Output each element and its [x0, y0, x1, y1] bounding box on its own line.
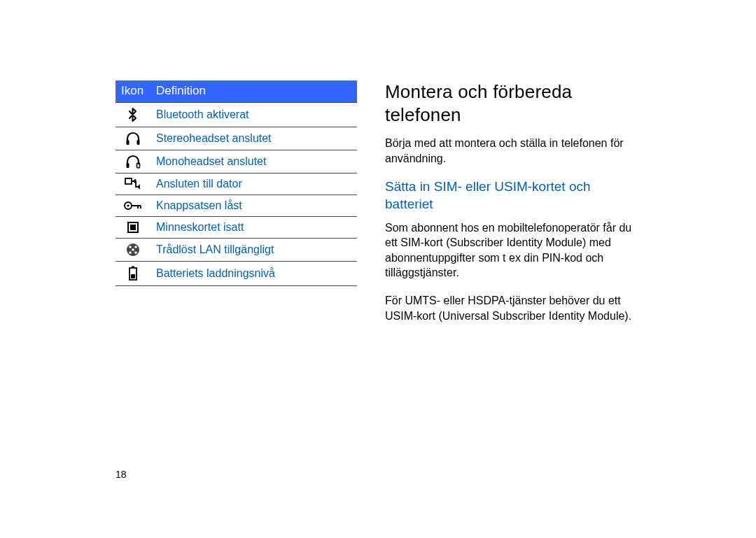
svg-point-6 — [127, 204, 129, 206]
svg-point-13 — [134, 251, 137, 254]
table-row: Trådlöst LAN tillgängligt — [115, 239, 357, 262]
svg-rect-17 — [131, 274, 135, 278]
svg-point-14 — [132, 248, 134, 251]
table-row: Knappsatsen låst — [115, 195, 357, 217]
headphones-mono-icon — [115, 150, 150, 174]
svg-rect-2 — [127, 163, 130, 168]
icon-definitions-table: Ikon Definition Bluetooth aktiverat Ster… — [115, 80, 357, 336]
definition-cell: Minneskortet isatt — [150, 217, 357, 239]
memory-card-icon — [115, 217, 150, 239]
wlan-icon — [115, 239, 150, 262]
table-row: Ansluten till dator — [115, 174, 357, 195]
headphones-stereo-icon — [115, 127, 150, 150]
icon-table: Ikon Definition Bluetooth aktiverat Ster… — [115, 80, 357, 286]
definition-cell: Batteriets laddningsnivå — [150, 262, 357, 286]
page-number: 18 — [115, 469, 127, 480]
svg-point-11 — [134, 246, 137, 248]
intro-text: Börja med att montera och ställa in tele… — [385, 136, 640, 166]
svg-rect-4 — [125, 178, 132, 184]
paragraph-2: För UMTS- eller HSDPA-tjänster behöver d… — [385, 293, 640, 323]
page-title: Montera och förbereda telefonen — [385, 80, 640, 126]
paragraph-1: Som abonnent hos en mobiltelefonoperatör… — [385, 220, 640, 281]
table-row: Minneskortet isatt — [115, 217, 357, 239]
definition-cell: Ansluten till dator — [150, 174, 357, 195]
section-subheading: Sätta in SIM- eller USIM-kortet och batt… — [385, 178, 640, 213]
definition-cell: Trådlöst LAN tillgängligt — [150, 239, 357, 262]
bluetooth-icon — [115, 103, 150, 127]
definition-cell: Monoheadset anslutet — [150, 150, 357, 174]
col-header-definition: Definition — [150, 80, 357, 103]
key-lock-icon — [115, 195, 150, 217]
col-header-icon: Ikon — [115, 80, 150, 103]
table-row: Batteriets laddningsnivå — [115, 262, 357, 286]
definition-cell: Bluetooth aktiverat — [150, 103, 357, 127]
right-column: Montera och förbereda telefonen Börja me… — [385, 80, 640, 336]
pc-connection-icon — [115, 174, 150, 195]
table-row: Stereoheadset anslutet — [115, 127, 357, 150]
svg-point-10 — [129, 246, 132, 248]
svg-rect-0 — [127, 140, 130, 145]
svg-rect-1 — [137, 140, 140, 145]
definition-cell: Knappsatsen låst — [150, 195, 357, 217]
table-row: Bluetooth aktiverat — [115, 103, 357, 127]
svg-point-12 — [129, 251, 132, 254]
svg-rect-8 — [130, 225, 136, 230]
battery-icon — [115, 262, 150, 286]
definition-cell: Stereoheadset anslutet — [150, 127, 357, 150]
table-row: Monoheadset anslutet — [115, 150, 357, 174]
